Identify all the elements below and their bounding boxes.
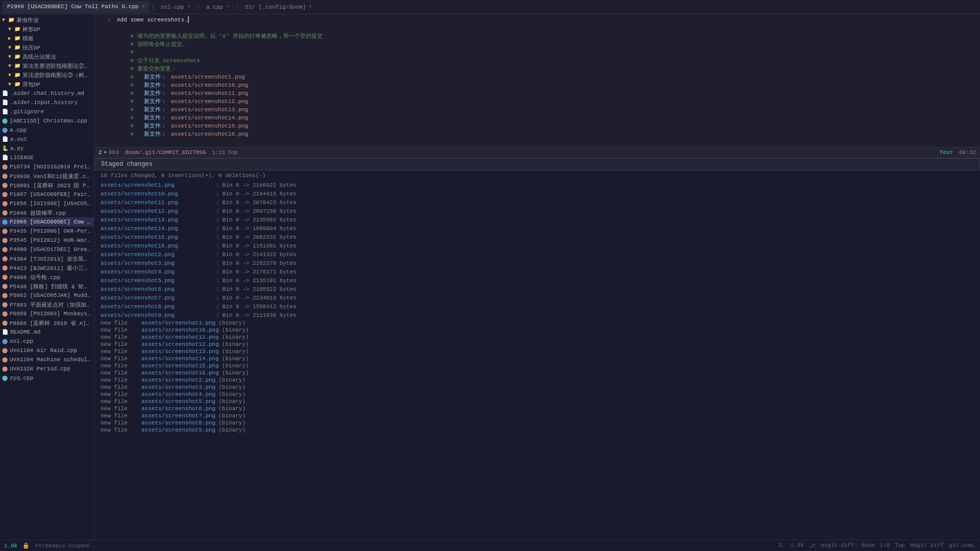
sidebar-item[interactable]: ⬤[ABC115D] Christmas.cpp: [0, 116, 94, 126]
new-file-label: new file: [101, 370, 141, 376]
sidebar-item-label: .aider.input.history: [10, 99, 78, 106]
new-file-label: new file: [101, 377, 141, 383]
status-branch-segment: doom/.git/COMMIT_EDITMSG: [125, 149, 206, 156]
new-file-type: (binary): [218, 398, 246, 405]
diff-file-row: assets/screenshot11.png|Bin 0 -> 2078423…: [94, 198, 980, 207]
diff-pipe: |: [216, 217, 219, 223]
line-content: # 新文件： assets/screenshot14.png: [117, 114, 248, 121]
bottom-middle-3: 3.: [778, 542, 785, 549]
close-icon[interactable]: ×: [226, 4, 229, 10]
new-file-row: new fileassets/screenshot9.png(binary): [94, 427, 980, 434]
sidebar-item[interactable]: 📄LICENSE: [0, 153, 94, 162]
sidebar-item-icon: ⬤: [2, 210, 8, 216]
sidebar-item[interactable]: 📄.aider.input.history: [0, 98, 94, 107]
sidebar-item[interactable]: ⬤P2048 超级钢琴.cpp: [0, 208, 94, 217]
sidebar-item-icon: 📄: [2, 329, 8, 335]
sidebar-item[interactable]: ⬤a.cpp: [0, 126, 94, 135]
bottom-treemacs: #Treemacs-Scoped-…: [35, 543, 95, 549]
sidebar-item[interactable]: ▼ 📁树形DP: [0, 24, 94, 34]
tab-separator: |: [235, 4, 239, 11]
sidebar-item-icon: ⬤: [2, 201, 8, 207]
sidebar-item[interactable]: ▶ 📁模板: [0, 34, 94, 43]
diff-file-row: assets/screenshot2.png|Bin 0 -> 2141322 …: [94, 250, 980, 259]
sidebar-item[interactable]: ⬤sol.cpp: [0, 337, 94, 346]
sidebar[interactable]: ▼ 📁暑假作业▼ 📁树形DP▶ 📁模板▼ 📁扶压DP▼ 📁高线分治算法▼ 📁算法…: [0, 14, 94, 540]
new-file-type: (binary): [218, 320, 246, 326]
sidebar-item[interactable]: ⬤zyq.cpp: [0, 373, 94, 383]
sidebar-item[interactable]: ⬤P5430 [模板] 扫描线 & 矩形…: [0, 282, 94, 291]
sidebar-item[interactable]: ▼ 📁算法竞赛进阶指南图论②（最…: [0, 61, 94, 70]
diff-filename: assets/screenshot11.png: [101, 199, 213, 206]
sidebar-item-label: P6062 [USACO05JAN] Muddy F…: [10, 292, 92, 298]
tab-dir-doom[interactable]: D1r [.config/doom] ×: [240, 1, 317, 13]
new-file-label: new file: [101, 413, 141, 419]
sidebar-item[interactable]: ⬤P10734 [NOISIG2019 Prelim]…: [0, 162, 94, 171]
sidebar-item[interactable]: ⬤P3545 [POI2012] HUR-Wareh…: [0, 236, 94, 245]
bottom-middle-cmd: msgit-diff: doom: [821, 542, 875, 549]
status-dot: ●: [104, 150, 107, 155]
sidebar-item-icon: ⬤: [2, 118, 8, 124]
main-layout: ▼ 📁暑假作业▼ 📁树形DP▶ 📁模板▼ 📁扶压DP▼ 📁高线分治算法▼ 📁算法…: [0, 14, 980, 540]
sidebar-item-icon: ⬤: [2, 338, 8, 344]
sidebar-item[interactable]: ⬤P4090 [USACO17DEC] Greedy…: [0, 245, 94, 254]
close-icon[interactable]: ×: [187, 4, 190, 10]
sidebar-item-icon: ▼ 📁: [8, 72, 20, 78]
sidebar-item[interactable]: ⬤UVA1194 Machine schedule.c…: [0, 355, 94, 364]
sidebar-item[interactable]: ⬤P2966 [USACO09DEC] Cow To…: [0, 217, 94, 227]
tab-sol-cpp[interactable]: sol.cpp ×: [156, 1, 195, 13]
sidebar-item[interactable]: ▼ 📁算法进阶指南图论③（树的直…: [0, 70, 94, 80]
new-file-row: new fileassets/screenshot11.png(binary): [94, 334, 980, 341]
sidebar-item[interactable]: ⬤P4304 [TJOI2013] 攻击装置…: [0, 254, 94, 263]
sidebar-item[interactable]: 📄README.md: [0, 328, 94, 337]
sidebar-item[interactable]: ⬤P4423 [BJWC2011] 最小三角形…: [0, 263, 94, 272]
new-file-row: new fileassets/screenshot3.png(binary): [94, 384, 980, 391]
tab-bar: P2966 [USACO09DEC] Cow Toll Paths G.cpp …: [0, 0, 980, 14]
close-icon[interactable]: ×: [309, 4, 312, 10]
diff-pipe: |: [216, 208, 219, 214]
new-file-row: new fileassets/screenshot13.png(binary): [94, 348, 980, 355]
sidebar-item-icon: 📄: [2, 99, 8, 106]
sidebar-item[interactable]: 📄.aider.chat.history.md: [0, 89, 94, 98]
new-file-name: assets/screenshot15.png: [141, 363, 219, 369]
line-content: # 要提交的变更：: [117, 65, 177, 72]
status-text-label: Text: [940, 149, 953, 156]
sidebar-item[interactable]: ▼ 📁扶压DP: [0, 43, 94, 52]
tab-a-cpp[interactable]: a.cpp ×: [201, 1, 234, 13]
new-file-type: (binary): [222, 356, 249, 362]
new-file-label: new file: [101, 384, 141, 390]
editor-content[interactable]: 1Add some screenshots. # 请为您的变更输入提交说明。以 …: [94, 14, 980, 147]
line-content: # 说明将会终止提交。: [117, 40, 188, 48]
sidebar-item-label: README.md: [10, 329, 40, 335]
sidebar-item[interactable]: 📄.gitignore: [0, 107, 94, 116]
sidebar-item-icon: ⬤: [2, 164, 8, 170]
new-file-row: new fileassets/screenshot8.png(binary): [94, 419, 980, 427]
sidebar-item-label: 模板: [22, 35, 34, 42]
sidebar-item[interactable]: ⬤UVA1184 Air Raid.cpp: [0, 346, 94, 355]
sidebar-item[interactable]: ⬤P7883 平面最近点对（加强加强…: [0, 300, 94, 309]
sidebar-item[interactable]: ▼ 📁背包DP: [0, 80, 94, 89]
sidebar-item[interactable]: ⬤P3435 [POI2006] OKR-Perio…: [0, 227, 94, 236]
sidebar-item[interactable]: ⬤P8686 [蓝桥杯 2019 省 A] 机…: [0, 318, 94, 328]
sidebar-item[interactable]: ⬤P1856 [IOI1998] [USACO5.5…: [0, 199, 94, 208]
new-file-name: assets/screenshot4.png: [141, 391, 215, 397]
diff-file-row: assets/screenshot1.png|Bin 0 -> 2166022 …: [94, 181, 980, 189]
diff-pipe: |: [216, 269, 219, 275]
sidebar-item[interactable]: ⬤P6062 [USACO05JAN] Muddy F…: [0, 291, 94, 300]
sidebar-item[interactable]: ⬤P4998 信号枪.cpp: [0, 272, 94, 282]
sidebar-item[interactable]: 🐍a.py: [0, 144, 94, 153]
editor-line: # 新文件： assets/screenshot11.png: [94, 89, 980, 97]
sidebar-item[interactable]: ⬤P1607 [USACO09FEB] Fair Sh…: [0, 190, 94, 199]
close-icon[interactable]: ×: [141, 4, 144, 10]
sidebar-item[interactable]: ⬤P8059 [POI2003] Monkeys.cp…: [0, 309, 94, 318]
sidebar-item[interactable]: ▼ 📁高线分治算法: [0, 52, 94, 61]
sidebar-item[interactable]: ⬤UVA1328 Period.cpp: [0, 364, 94, 373]
sidebar-item-icon: ⬤: [2, 246, 8, 253]
git-diff-pane[interactable]: Staged changes 16 files changed, 0 inser…: [94, 158, 980, 540]
tab-cow-toll-paths[interactable]: P2966 [USACO09DEC] Cow Toll Paths G.cpp …: [2, 1, 150, 13]
sidebar-item[interactable]: ⬤P10991 [蓝桥杯 2023 国 Py…: [0, 181, 94, 190]
sidebar-item[interactable]: 📄a.out: [0, 135, 94, 144]
sidebar-item[interactable]: ▼ 📁暑假作业: [0, 15, 94, 24]
status-num: 2: [99, 149, 102, 156]
sidebar-item[interactable]: ⬤P10938 VanI和C12提速蛋.cpp: [0, 171, 94, 181]
diff-file-row: assets/screenshot3.png|Bin 0 -> 2262370 …: [94, 259, 980, 267]
